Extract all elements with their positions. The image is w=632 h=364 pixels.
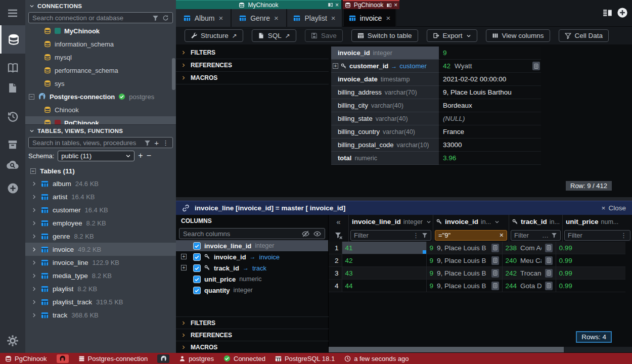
column-menu-chevron-icon[interactable] — [426, 219, 431, 224]
fk-table-link[interactable]: customer — [399, 62, 426, 70]
add-circle-icon[interactable] — [0, 178, 25, 198]
menu-icon[interactable] — [0, 3, 25, 23]
open-cell-document-icon[interactable] — [545, 282, 553, 290]
cell-track-id[interactable]: 242Trocando E — [503, 267, 556, 280]
checkbox-checked-icon[interactable] — [193, 287, 201, 294]
close-reference-button[interactable]: Close — [602, 204, 626, 212]
scrollbar-thumb[interactable] — [329, 347, 564, 352]
close-tab-icon[interactable] — [218, 14, 223, 22]
cell-invoice-id[interactable]: 99, Place Louis B — [427, 280, 503, 292]
field-name-cell[interactable]: invoice_idinteger — [331, 47, 439, 60]
field-name-cell[interactable]: customer_id → customer — [331, 60, 439, 73]
split-view-icon[interactable] — [386, 3, 392, 8]
tab-group-pgchinook[interactable]: PgChinook — [343, 0, 399, 9]
filter-icon[interactable] — [551, 232, 557, 238]
field-value-cell[interactable]: 9, Place Louis Barthou — [439, 86, 541, 99]
eye-off-icon[interactable] — [302, 230, 309, 238]
field-value-cell[interactable]: 42 Wyatt — [439, 60, 541, 73]
open-cell-document-icon[interactable] — [491, 282, 499, 290]
file-icon[interactable] — [0, 78, 25, 98]
field-value-cell[interactable]: Bordeaux — [439, 99, 541, 112]
open-cell-document-icon[interactable] — [491, 269, 499, 278]
open-cell-document-icon[interactable] — [491, 244, 499, 252]
toggle-panel-icon[interactable] — [603, 8, 612, 18]
close-tab-icon[interactable] — [386, 14, 390, 22]
connection-item-postgres-connection[interactable]: Postgres-connection postgres — [25, 90, 176, 103]
field-name-cell[interactable]: invoice_datetimestamp — [331, 73, 439, 86]
table-row-album[interactable]: album24.6 KB — [25, 177, 176, 190]
filter-input-track-id[interactable]: Filter — [511, 230, 561, 241]
filters-section[interactable]: FILTERS — [176, 316, 329, 329]
field-value-cell[interactable]: 2021-02-02 00:00:00 — [439, 73, 541, 86]
statusbar-database[interactable]: PgChinook — [5, 355, 47, 362]
more-icon[interactable] — [542, 232, 549, 239]
table-row-playlist-track[interactable]: playlist_track319.5 KB — [25, 295, 176, 308]
open-cell-document-icon[interactable] — [491, 256, 499, 265]
table-row-playlist[interactable]: playlist8.2 KB — [25, 282, 176, 295]
tab-group-mychinook[interactable]: MyChinook — [176, 0, 341, 9]
grid-header-unit-price[interactable]: unit_price num... — [563, 215, 632, 229]
table-row-employee[interactable]: employee8.2 KB — [25, 216, 176, 230]
connection-item-mysql[interactable]: mysql — [25, 51, 176, 64]
table-row-invoice[interactable]: invoice49.2 KB — [25, 243, 176, 256]
cell-invoice-line-id[interactable]: 42 — [342, 254, 427, 267]
field-value-cell[interactable]: 33000 — [439, 139, 541, 152]
fk-table-link[interactable]: invoice — [259, 253, 280, 261]
filter-icon[interactable] — [422, 232, 428, 238]
cell-data-button[interactable]: Cell Data — [559, 29, 609, 42]
cell-invoice-line-id[interactable]: 44 — [342, 280, 427, 292]
expand-box-icon[interactable] — [333, 63, 338, 69]
cell-invoice-id[interactable]: 99, Place Louis B — [427, 267, 503, 280]
table-row-genre[interactable]: genre8.2 KB — [25, 230, 176, 243]
collapse-box-icon[interactable] — [30, 168, 36, 174]
tables-header[interactable]: TABLES, VIEWS, FUNCTIONS — [25, 125, 176, 136]
field-name-cell[interactable]: billing_addressvarchar(70) — [331, 86, 439, 99]
row-number-cell[interactable]: 3 — [329, 267, 342, 280]
sql-button[interactable]: SQL — [252, 29, 296, 42]
filters-section[interactable]: FILTERS — [176, 47, 329, 59]
column-row-invoice-id[interactable]: invoice_id → invoice — [176, 251, 328, 262]
table-row-invoice-line[interactable]: invoice_line122.9 KB — [25, 256, 176, 269]
grid-header-track-id[interactable]: track_id in... — [509, 215, 563, 229]
row-number-cell[interactable]: 1 — [329, 242, 342, 254]
filter-input-invoice-id[interactable]: ="9" — [435, 230, 507, 241]
structure-button[interactable]: Structure — [185, 29, 243, 42]
connections-search-input[interactable]: Search connection or database — [28, 12, 173, 23]
filter-icon[interactable] — [152, 15, 159, 21]
cell-unit-price[interactable]: 0.99 — [556, 254, 625, 267]
close-group-icon[interactable] — [335, 2, 339, 9]
field-value-cell[interactable]: 9 — [439, 47, 541, 60]
collapse-columns-button[interactable] — [329, 215, 349, 229]
eye-icon[interactable] — [313, 230, 321, 238]
cell-unit-price[interactable]: 0.99 — [556, 242, 625, 254]
cell-unit-price[interactable]: 0.99 — [556, 267, 625, 280]
tables-search-input[interactable]: Search in tables, views, procedures + — [28, 137, 173, 148]
grid-header-invoice-id[interactable]: invoice_id in... — [433, 215, 509, 229]
cell-invoice-line-id[interactable]: 43 — [342, 267, 427, 280]
field-value-cell[interactable]: France — [439, 125, 541, 139]
references-section[interactable]: REFERENCES — [176, 329, 329, 341]
connection-item-pgchinook[interactable]: PgChinook — [25, 116, 176, 125]
checkbox-checked-icon[interactable] — [193, 253, 201, 261]
tab-album[interactable]: Album — [176, 9, 232, 27]
field-name-cell[interactable]: totalnumeric — [331, 152, 439, 165]
field-name-cell[interactable]: billing_cityvarchar(40) — [331, 99, 439, 112]
column-row-quantity[interactable]: quantity integer — [176, 285, 328, 296]
cell-track-id[interactable]: 244Gota D'águ — [503, 280, 556, 292]
table-row-media-type[interactable]: media_type8.2 KB — [25, 269, 176, 282]
add-schema-icon[interactable]: + — [138, 151, 143, 160]
history-icon[interactable] — [0, 106, 25, 126]
tab-playlist[interactable]: Playlist — [287, 9, 343, 27]
open-cell-document-icon[interactable] — [545, 244, 553, 252]
column-row-track-id[interactable]: track_id → track — [176, 262, 328, 274]
connections-header[interactable]: CONNECTIONS — [25, 0, 176, 12]
references-section[interactable]: REFERENCES — [176, 59, 329, 72]
collapse-box-icon[interactable] — [29, 94, 34, 100]
table-row-customer[interactable]: customer16.4 KB — [25, 203, 176, 216]
field-name-cell[interactable]: billing_statevarchar(40) — [331, 112, 439, 125]
tab-invoice[interactable]: invoice — [344, 9, 396, 27]
field-value-cell[interactable]: (NULL) — [439, 112, 541, 125]
checkbox-checked-icon[interactable] — [193, 276, 201, 283]
field-value-cell[interactable]: 3.96 — [439, 152, 541, 165]
database-nav-icon[interactable] — [0, 25, 25, 54]
